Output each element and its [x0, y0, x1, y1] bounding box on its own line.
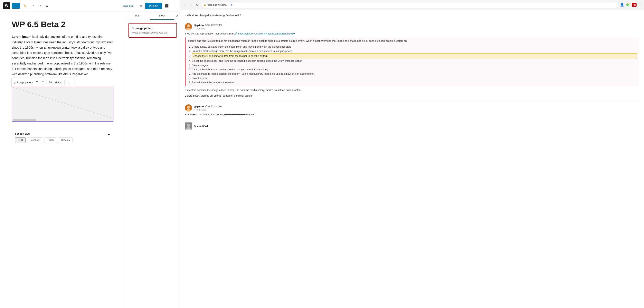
sidebar-panel: Post Block ✕ ◇ Image pattern Reuse this …: [125, 12, 180, 308]
repro-step-5: Save changes: [192, 63, 637, 68]
repro-step-8: Save the post.: [192, 76, 637, 80]
repro-step-1: Create a new post and insert an image bl…: [192, 45, 637, 49]
scrollbar-thumb[interactable]: [13, 119, 36, 121]
more-icon[interactable]: ⋮: [638, 3, 642, 7]
pattern-panel-desc: Reuse this design across your site.: [132, 31, 174, 34]
redo-button[interactable]: ↪: [37, 3, 43, 8]
expected-text: Expected: because the image added in ste…: [185, 88, 639, 98]
seo-tabs: SEO Facebook Twitter Schema: [15, 137, 110, 143]
reload-button[interactable]: ↻: [195, 2, 199, 8]
forward-button[interactable]: →: [189, 2, 194, 8]
repro-step-4: Select the image block, and from the adv…: [192, 59, 637, 63]
add-block-button[interactable]: +: [12, 3, 20, 8]
svg-line-0: [12, 87, 113, 118]
image-pattern-block[interactable]: [12, 86, 114, 122]
extensions-icon[interactable]: 🧩: [626, 3, 630, 7]
editor-main: WP 6.5 Beta 2 Lorem Ipsum is simply dumm…: [0, 12, 125, 308]
avatar-gziolo-2: [185, 104, 192, 112]
seo-section: Speedy SEO ▲ SEO Facebook Twitter Schema: [12, 130, 114, 145]
preview-button[interactable]: 🖥: [138, 3, 144, 9]
repro-list: Create a new post and insert an image bl…: [188, 45, 637, 85]
right-action-icons: 👤 🧩 AB ⋮: [620, 3, 642, 7]
tab-post[interactable]: Post: [125, 12, 150, 20]
pattern-panel-title: Image pattern: [136, 27, 154, 30]
edit-original-button[interactable]: Edit original: [46, 80, 65, 85]
sidebar-close-button[interactable]: ✕: [174, 12, 180, 19]
undo-button[interactable]: ↩: [30, 3, 36, 8]
repro-step-3: Choose the 'Edit original' button from t…: [192, 53, 637, 59]
trac-content: Milestone changed from Awaiting Review t…: [180, 10, 644, 308]
seo-title: Speedy SEO: [15, 132, 30, 135]
milestone-change: Milestone changed from Awaiting Review t…: [185, 14, 639, 17]
seo-collapse-button[interactable]: ▲: [108, 132, 110, 136]
repro-step-6: Click the back button to go back to the …: [192, 68, 637, 72]
right-browser-bar: ← → ↻ 🔒 core.trac.wordpre... ★ 👤 🧩 AB ⋮: [180, 0, 644, 10]
comment-meta-3: @sonali844: [194, 124, 208, 128]
star-icon: ★: [230, 3, 233, 6]
right-pane: ← → ↻ 🔒 core.trac.wordpre... ★ 👤 🧩 AB ⋮ …: [180, 0, 644, 308]
wp-logo: W: [3, 2, 10, 10]
svg-point-2: [187, 24, 190, 28]
move-up-button[interactable]: ▲: [41, 79, 45, 82]
post-title[interactable]: WP 6.5 Beta 2: [12, 20, 114, 30]
address-bar[interactable]: 🔒 core.trac.wordpre... ★: [201, 2, 618, 8]
seo-tab-facebook[interactable]: Facebook: [27, 137, 43, 143]
scrollbar-area[interactable]: [12, 118, 113, 122]
wp-toolbar: W + ✏️ ↩ ↪ ☰ Save draft 🖥 Publish ⬛ ⋮: [0, 0, 180, 12]
pattern-toolbar-label: Image pattern: [17, 81, 33, 84]
save-draft-button[interactable]: Save draft: [120, 3, 136, 8]
pattern-block-toolbar: ◇ Image pattern ⠿ ▲ ▼ Edit original ⋮: [11, 78, 74, 87]
back-button[interactable]: ←: [182, 2, 187, 8]
seo-tab-schema[interactable]: Schema: [58, 137, 73, 143]
repro-link[interactable]: https://github.com/WordPress/gutenberg/p…: [238, 32, 295, 35]
comment-block-3: @sonali844: [185, 122, 639, 130]
sidebar-panel-content: ◇ Image pattern Reuse this design across…: [125, 23, 180, 38]
tools-button[interactable]: ✏️: [22, 3, 28, 8]
avatar-gziolo-1: [185, 23, 192, 30]
comment-meta-2: @gziolo Core Committer 4 hours ago: [194, 105, 222, 111]
svg-point-5: [187, 106, 190, 109]
move-down-button[interactable]: ▼: [41, 83, 45, 86]
comment-block-2: @gziolo Core Committer 4 hours ago Keywo…: [185, 104, 639, 116]
comment-body-1: Step-by-step reproduction instructions f…: [185, 32, 639, 98]
avatar-sonali844: [185, 122, 192, 130]
repro-step-9: Reload, select the image in the pattern: [192, 80, 637, 85]
pattern-more-button[interactable]: ⋮: [66, 80, 72, 85]
settings-button[interactable]: ⬛: [164, 3, 170, 9]
pattern-icon: ◇: [14, 81, 16, 84]
image-pattern-block-wrapper: ◇ Image pattern ⠿ ▲ ▼ Edit original ⋮: [12, 86, 114, 122]
post-body[interactable]: Lorem Ipsum is simply dummy text of the …: [12, 34, 114, 77]
adblock-icon[interactable]: AB: [632, 3, 636, 7]
seo-tab-seo[interactable]: SEO: [15, 137, 26, 143]
repro-step-7: Add an image to image block in the patte…: [192, 72, 637, 76]
comment-block-1: @gziolo Core Committer 4 hours ago Step-…: [185, 23, 639, 98]
repro-step-2: From the block settings menu for the ima…: [192, 49, 637, 53]
drag-handle-button[interactable]: ⠿: [34, 80, 40, 85]
comment-meta-1: @gziolo Core Committer 4 hours ago: [194, 24, 222, 30]
address-text: core.trac.wordpre...: [208, 4, 228, 6]
pattern-panel-icon: ◇: [132, 26, 134, 30]
tab-block[interactable]: Block: [150, 12, 174, 20]
reproduction-box: There's one bug I've spotted so far, it …: [185, 38, 639, 86]
image-pattern-panel: ◇ Image pattern Reuse this design across…: [128, 23, 177, 38]
lock-icon: 🔒: [203, 4, 206, 6]
more-options-button[interactable]: ⋮: [172, 3, 177, 9]
svg-point-8: [187, 124, 190, 127]
image-placeholder: [12, 87, 113, 118]
seo-tab-twitter[interactable]: Twitter: [44, 137, 57, 143]
profile-icon[interactable]: 👤: [620, 3, 624, 7]
publish-button[interactable]: Publish: [145, 3, 162, 9]
sidebar-tab-header: Post Block ✕: [125, 12, 180, 20]
list-view-button[interactable]: ☰: [44, 3, 50, 8]
keywords-block: Keywords has-testing-info added; needs-t…: [185, 113, 639, 116]
